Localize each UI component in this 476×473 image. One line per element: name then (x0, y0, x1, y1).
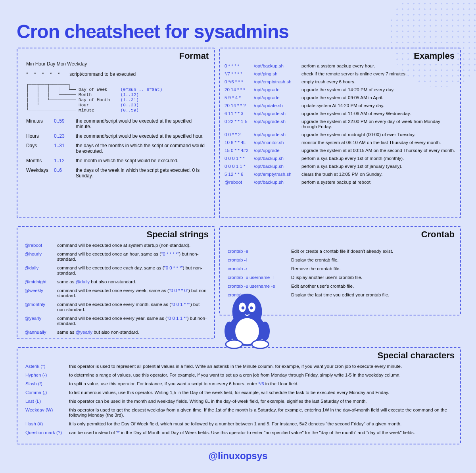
special-char-row: Weekday (W)this operator is used to get … (25, 408, 454, 418)
svg-point-7 (226, 340, 242, 348)
special-char-row: Hash (#)it is only permitted for the Day… (25, 421, 454, 427)
format-table: Minutes0..59the command/script would be … (26, 118, 207, 183)
example-row: 0 0 * * 2/opt/upgrade.shupgrade the syst… (225, 132, 457, 137)
example-row: 0 0 0 1 * */opt/backup.shperfom a sys ba… (225, 156, 457, 161)
example-row: 10 8 * * 4L/opt/monitor.shmonitor the sy… (225, 140, 457, 145)
special-char-row: Comma (,)to list numerous values, use th… (25, 390, 454, 395)
crontab-heading: Crontab (421, 229, 455, 240)
format-field-labels: Min Hour Day Mon Weekday (26, 61, 87, 67)
format-diagram: ┌───┬───┬───┬───┐ │ │ │ │ └── Day of Wee… (26, 82, 162, 113)
special-chars-heading: Special characters (378, 350, 455, 361)
example-row: 0 0 0 1 1 */opt/backup.shperfom a sys ba… (225, 164, 457, 169)
example-row: 6 11 * * 3/opt/upgrade.shupgrade the sys… (225, 111, 457, 116)
svg-point-6 (250, 306, 253, 310)
special-chars-table: Asterik (*)this operator is used to repr… (25, 364, 454, 439)
format-panel: Format Min Hour Day Mon Weekday ***** sc… (17, 48, 215, 218)
format-row: Months1..12the month in which the script… (26, 158, 207, 163)
crontab-row: crontab -lDisplay the crontab file. (228, 258, 454, 263)
example-row: 0 22 * * 1-5/opt/upgrade.shupgrade the s… (225, 119, 457, 129)
crontab-row: crontab -rRemove the crontab file. (228, 266, 454, 271)
examples-panel: Examples 0 * * * */opt/backup.shperfom a… (219, 48, 461, 218)
special-strings-heading: Special strings (146, 229, 209, 240)
special-char-row: Slash (/) to split a value, use this ope… (25, 381, 454, 386)
svg-point-10 (260, 322, 270, 341)
special-char-row: Question mark (?)can be used instead of … (25, 430, 454, 435)
example-row: 0 */6 * * */opt/emptytrash.shempty trush… (225, 79, 457, 85)
format-row: Hours0..23the command/script would be ex… (26, 133, 207, 139)
special-string-row: @yearlycommand will be executed once eve… (25, 316, 209, 326)
example-row: 20 14 * * ?/opt/update.shupdate system A… (225, 103, 457, 108)
special-string-row: @hourlycommand will be executed once an … (25, 252, 209, 262)
special-chars-panel: Special characters Asterik (*)this opera… (17, 347, 461, 444)
example-row: */7 * * * */opt/ping.shcheck if the remo… (225, 71, 457, 77)
svg-point-9 (225, 322, 234, 341)
example-row: 5 12 * * 6/opt/emptytrash.shclears the t… (225, 172, 457, 177)
special-string-row: @annuallysame as @yearly but also non-st… (25, 330, 209, 335)
special-strings-table: @rebootcommand will be executed once at … (25, 243, 209, 338)
page-title: Cron cheatsheet for sysadmins (17, 21, 289, 42)
svg-point-8 (252, 340, 269, 348)
special-string-row: @weeklycommand will be executed once eve… (25, 288, 209, 298)
special-string-row: @rebootcommand will be executed once at … (25, 243, 209, 248)
special-char-row: Hyphen (-)to determine a range of values… (25, 373, 454, 378)
special-char-row: Asterik (*)this operator is used to repr… (25, 364, 454, 369)
tux-penguin-icon (217, 284, 277, 351)
examples-heading: Examples (414, 51, 455, 61)
footer-handle: @linuxopsys (0, 450, 476, 461)
special-string-row: @monthlycommand will be executed once ev… (25, 302, 209, 312)
example-row: @reboot/opt/backup.shperfom a system bac… (225, 180, 457, 185)
format-heading: Format (179, 51, 209, 61)
example-row: 5 9 * 4 */opt/upgradeupgrade the system … (225, 95, 457, 100)
format-stars-row: ***** script/command to be executed (26, 71, 136, 77)
special-char-row: Last (L)this operator can be used in the… (25, 399, 454, 404)
special-strings-panel: Special strings @rebootcommand will be e… (17, 226, 215, 339)
format-row: Days1..31the days of the months in which… (26, 143, 207, 154)
format-row: Weekdays0..6the days of the week in whic… (26, 167, 207, 179)
svg-point-5 (242, 306, 245, 310)
example-row: 0 * * * */opt/backup.shperfom a system b… (225, 63, 457, 69)
crontab-row: crontab -u username -lD isplay another u… (228, 275, 454, 280)
example-row: 15 0 * * 4#2/opt/upgradeupgrade the syst… (225, 148, 457, 153)
special-string-row: @dailycommand will be executed once each… (25, 265, 209, 276)
example-row: 20 14 * * */opt/upgradeupgrade the syste… (225, 87, 457, 92)
crontab-row: crontab -eEdit or create a crontab file … (228, 249, 454, 254)
format-stars-label: script/command to be executed (69, 71, 136, 77)
special-string-row: @midnightsame as @daily but also non-sta… (25, 279, 209, 285)
examples-table: 0 * * * */opt/backup.shperfom a system b… (225, 63, 457, 188)
format-row: Minutes0..59the command/script would be … (26, 118, 207, 129)
